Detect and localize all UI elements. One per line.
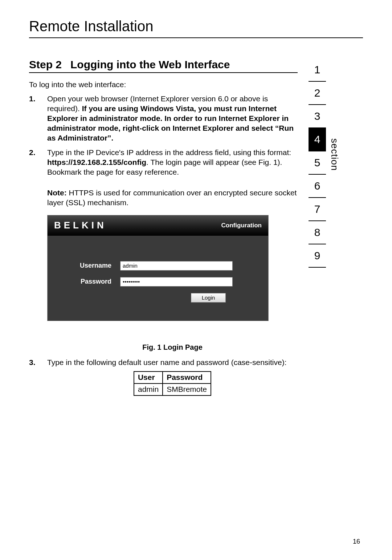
login-figure: BELKIN Configuration Username Password <box>47 215 269 321</box>
login-button[interactable]: Login <box>191 293 226 303</box>
configuration-label: Configuration <box>221 222 262 230</box>
brand-logo: BELKIN <box>54 219 107 231</box>
step-item-3: 3. Type in the following default user na… <box>47 358 298 396</box>
step-item-2: 2. Type in the IP Device's IP address in… <box>47 148 298 352</box>
chapter-title: Remote Installation <box>29 18 363 38</box>
step-number: 1. <box>29 94 36 104</box>
cred-pass: SMBremote <box>163 384 211 395</box>
nav-item-8[interactable]: 8 <box>309 221 326 244</box>
step-1-bold: If you are using Windows Vista, you must… <box>47 104 294 142</box>
nav-item-6[interactable]: 6 <box>309 175 326 198</box>
step-2-bold: https://192.168.2.155/config <box>47 158 146 166</box>
figure-caption: Fig. 1 Login Page <box>47 343 298 352</box>
step-prefix: Step 2 <box>29 58 62 71</box>
main-content: Step 2 Logging into the Web Interface To… <box>29 58 298 401</box>
nav-item-7[interactable]: 7 <box>309 198 326 221</box>
credentials-table: User Password admin SMBremote <box>134 371 211 396</box>
nav-item-4[interactable]: 4 <box>309 128 326 151</box>
username-label: Username <box>55 261 120 270</box>
page-number: 16 <box>353 538 360 545</box>
note-label: Note: <box>47 188 67 197</box>
nav-item-5[interactable]: 5 <box>309 151 326 175</box>
step-heading: Step 2 Logging into the Web Interface <box>29 58 298 73</box>
nav-item-2[interactable]: 2 <box>309 82 326 105</box>
table-row: admin SMBremote <box>134 384 211 395</box>
figure-header: BELKIN Configuration <box>48 215 268 236</box>
password-input[interactable] <box>120 277 233 287</box>
nav-item-9[interactable]: 9 <box>309 244 326 268</box>
nav-item-3[interactable]: 3 <box>309 105 326 128</box>
table-header-user: User <box>134 372 163 384</box>
step-number: 2. <box>29 148 36 158</box>
step-title: Logging into the Web Interface <box>70 58 230 71</box>
nav-item-1[interactable]: 1 <box>309 58 326 82</box>
cred-user: admin <box>134 384 163 395</box>
password-label: Password <box>55 277 120 286</box>
step-item-1: 1. Open your web browser (Internet Explo… <box>47 94 298 143</box>
username-input[interactable] <box>120 261 233 271</box>
note-text: HTTPS is used for communication over an … <box>47 188 297 207</box>
section-nav: 123456789 section <box>309 58 330 401</box>
step-3-text: Type in the following default user name … <box>47 358 287 366</box>
table-header-password: Password <box>163 372 211 384</box>
intro-text: To log into the web interface: <box>29 80 298 89</box>
step-2-text-a: Type in the IP Device's IP address in th… <box>47 148 291 157</box>
section-label: section <box>329 138 340 171</box>
step-number: 3. <box>29 358 36 368</box>
